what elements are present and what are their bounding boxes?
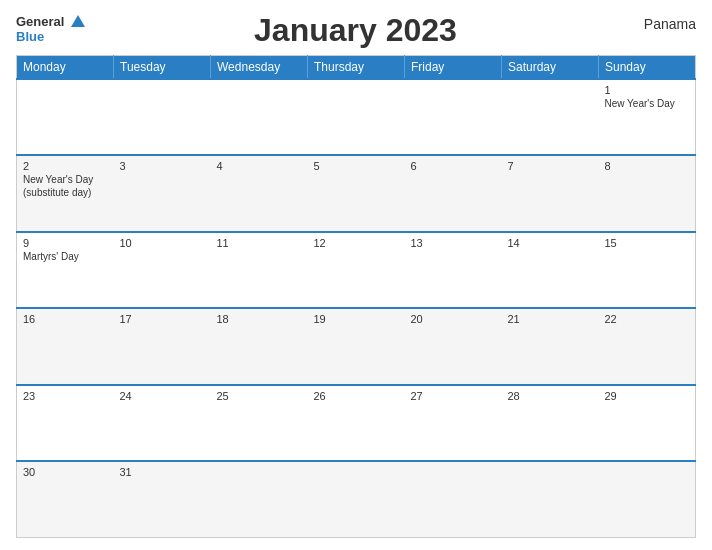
logo-blue-label: Blue <box>16 30 44 44</box>
calendar-cell: 22 <box>599 308 696 384</box>
day-number: 27 <box>411 390 496 402</box>
day-number: 15 <box>605 237 690 249</box>
day-number: 13 <box>411 237 496 249</box>
day-number: 17 <box>120 313 205 325</box>
calendar-cell <box>405 461 502 537</box>
calendar-cell <box>308 461 405 537</box>
calendar-cell: 23 <box>17 385 114 461</box>
calendar-cell: 30 <box>17 461 114 537</box>
day-number: 22 <box>605 313 690 325</box>
day-number: 3 <box>120 160 205 172</box>
calendar-cell: 17 <box>114 308 211 384</box>
calendar-cell: 21 <box>502 308 599 384</box>
col-friday: Friday <box>405 56 502 80</box>
calendar-table: Monday Tuesday Wednesday Thursday Friday… <box>16 55 696 538</box>
calendar-cell: 12 <box>308 232 405 308</box>
calendar-week-row: 2New Year's Day (substitute day)345678 <box>17 155 696 231</box>
calendar-cell <box>502 79 599 155</box>
day-number: 8 <box>605 160 690 172</box>
calendar-cell <box>308 79 405 155</box>
day-event: Martyrs' Day <box>23 250 108 263</box>
calendar-week-row: 23242526272829 <box>17 385 696 461</box>
day-number: 28 <box>508 390 593 402</box>
day-number: 18 <box>217 313 302 325</box>
calendar-cell: 16 <box>17 308 114 384</box>
day-number: 2 <box>23 160 108 172</box>
month-title: January 2023 <box>85 12 626 49</box>
calendar-cell: 4 <box>211 155 308 231</box>
day-number: 10 <box>120 237 205 249</box>
logo-triangle-icon <box>71 15 85 27</box>
calendar-cell: 18 <box>211 308 308 384</box>
calendar-cell <box>211 461 308 537</box>
day-number: 11 <box>217 237 302 249</box>
calendar-cell <box>211 79 308 155</box>
day-number: 31 <box>120 466 205 478</box>
calendar-cell: 27 <box>405 385 502 461</box>
calendar-cell: 7 <box>502 155 599 231</box>
calendar-cell: 8 <box>599 155 696 231</box>
day-number: 24 <box>120 390 205 402</box>
calendar-cell: 3 <box>114 155 211 231</box>
header: General Blue January 2023 Panama <box>16 12 696 49</box>
day-number: 21 <box>508 313 593 325</box>
day-number: 4 <box>217 160 302 172</box>
day-number: 19 <box>314 313 399 325</box>
calendar-cell: 11 <box>211 232 308 308</box>
logo-general-text: General <box>16 12 85 30</box>
calendar-cell: 13 <box>405 232 502 308</box>
day-number: 29 <box>605 390 690 402</box>
calendar-header-row: Monday Tuesday Wednesday Thursday Friday… <box>17 56 696 80</box>
country-label: Panama <box>626 12 696 32</box>
day-number: 14 <box>508 237 593 249</box>
calendar-cell: 9Martyrs' Day <box>17 232 114 308</box>
calendar-week-row: 3031 <box>17 461 696 537</box>
col-tuesday: Tuesday <box>114 56 211 80</box>
calendar-cell <box>599 461 696 537</box>
day-number: 23 <box>23 390 108 402</box>
day-number: 12 <box>314 237 399 249</box>
calendar-week-row: 1New Year's Day <box>17 79 696 155</box>
calendar-week-row: 16171819202122 <box>17 308 696 384</box>
day-number: 30 <box>23 466 108 478</box>
logo-general-label: General <box>16 14 64 29</box>
calendar-cell: 28 <box>502 385 599 461</box>
col-monday: Monday <box>17 56 114 80</box>
day-event: New Year's Day <box>605 97 690 110</box>
calendar-cell <box>405 79 502 155</box>
calendar-cell: 15 <box>599 232 696 308</box>
calendar-cell: 1New Year's Day <box>599 79 696 155</box>
calendar-cell: 19 <box>308 308 405 384</box>
logo: General Blue <box>16 12 85 44</box>
calendar-cell: 10 <box>114 232 211 308</box>
day-number: 6 <box>411 160 496 172</box>
calendar-cell: 26 <box>308 385 405 461</box>
calendar-cell: 25 <box>211 385 308 461</box>
calendar-cell: 5 <box>308 155 405 231</box>
day-number: 9 <box>23 237 108 249</box>
calendar-cell: 2New Year's Day (substitute day) <box>17 155 114 231</box>
col-thursday: Thursday <box>308 56 405 80</box>
calendar-cell <box>114 79 211 155</box>
day-number: 25 <box>217 390 302 402</box>
calendar-cell <box>17 79 114 155</box>
calendar-page: General Blue January 2023 Panama Monday … <box>0 0 712 550</box>
calendar-cell: 31 <box>114 461 211 537</box>
col-saturday: Saturday <box>502 56 599 80</box>
col-wednesday: Wednesday <box>211 56 308 80</box>
day-number: 20 <box>411 313 496 325</box>
day-number: 5 <box>314 160 399 172</box>
title-area: January 2023 <box>85 12 626 49</box>
day-number: 1 <box>605 84 690 96</box>
calendar-cell: 14 <box>502 232 599 308</box>
day-number: 16 <box>23 313 108 325</box>
col-sunday: Sunday <box>599 56 696 80</box>
calendar-cell: 29 <box>599 385 696 461</box>
day-number: 26 <box>314 390 399 402</box>
calendar-cell: 20 <box>405 308 502 384</box>
calendar-cell: 6 <box>405 155 502 231</box>
day-number: 7 <box>508 160 593 172</box>
calendar-cell: 24 <box>114 385 211 461</box>
calendar-week-row: 9Martyrs' Day101112131415 <box>17 232 696 308</box>
day-event: New Year's Day (substitute day) <box>23 173 108 199</box>
